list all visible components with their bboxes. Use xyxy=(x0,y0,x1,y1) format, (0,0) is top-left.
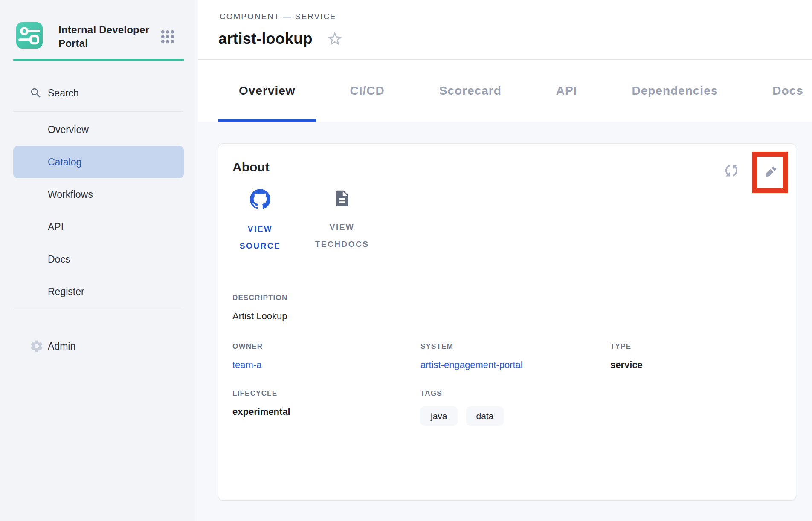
sidebar-divider xyxy=(13,310,184,310)
sidebar-item-label: Catalog xyxy=(48,156,81,168)
tab-api[interactable]: API xyxy=(536,60,598,122)
field-description: DESCRIPTION Artist Lookup xyxy=(232,294,782,322)
document-icon xyxy=(333,189,351,208)
view-source-label: VIEW SOURCE xyxy=(232,220,288,255)
breadcrumb: COMPONENT — SERVICE xyxy=(220,12,336,21)
gear-icon xyxy=(29,339,44,353)
brand-underline xyxy=(13,59,184,61)
about-card-title: About xyxy=(232,160,270,174)
field-label: DESCRIPTION xyxy=(232,294,782,302)
search-icon xyxy=(29,87,42,99)
field-tags: TAGS java data xyxy=(420,389,610,426)
github-icon xyxy=(250,189,270,209)
fields-row-1: OWNER team-a SYSTEM artist-engagement-po… xyxy=(232,342,782,370)
description-value: Artist Lookup xyxy=(232,311,782,322)
favorite-star-icon[interactable] xyxy=(326,30,343,47)
tab-bar: Overview CI/CD Scorecard API Dependencie… xyxy=(198,60,812,122)
sidebar-item-label: Register xyxy=(48,286,84,298)
sidebar-item-docs[interactable]: Docs xyxy=(13,243,184,275)
field-system: SYSTEM artist-engagement-portal xyxy=(420,342,610,370)
sidebar-item-label: API xyxy=(48,221,64,233)
field-label: TAGS xyxy=(420,389,610,398)
tag-chips: java data xyxy=(420,406,610,426)
page-title: artist-lookup xyxy=(218,30,313,48)
sidebar-nav: Search Overview Catalog Workflows API Do… xyxy=(0,77,197,362)
fields-row-2: LIFECYCLE experimental TAGS java data xyxy=(232,389,782,426)
sidebar-item-label: Search xyxy=(48,87,79,99)
sidebar-item-label: Workflows xyxy=(48,189,93,200)
view-techdocs-label: VIEW TECHDOCS xyxy=(306,219,378,253)
sidebar-item-catalog[interactable]: Catalog xyxy=(13,146,184,178)
sidebar-item-workflows[interactable]: Workflows xyxy=(13,178,184,211)
type-value: service xyxy=(610,359,782,370)
entity-links: VIEW SOURCE VIEW TECHDOCS xyxy=(232,189,378,255)
lifecycle-value: experimental xyxy=(232,406,420,417)
sidebar-item-admin[interactable]: Admin xyxy=(13,330,184,362)
sidebar-item-api[interactable]: API xyxy=(13,211,184,243)
tab-content: About xyxy=(198,123,812,521)
tab-cicd[interactable]: CI/CD xyxy=(330,60,405,122)
sidebar-item-overview[interactable]: Overview xyxy=(13,113,184,146)
apps-grid-icon[interactable] xyxy=(161,30,174,43)
field-label: SYSTEM xyxy=(420,342,610,351)
entity-header: COMPONENT — SERVICE artist-lookup xyxy=(198,0,812,60)
field-label: LIFECYCLE xyxy=(232,389,420,398)
sidebar-item-search[interactable]: Search xyxy=(13,77,184,109)
view-techdocs-link[interactable]: VIEW TECHDOCS xyxy=(306,189,378,255)
owner-link[interactable]: team-a xyxy=(232,359,261,370)
about-card: About xyxy=(218,143,796,501)
about-fields: DESCRIPTION Artist Lookup OWNER team-a S… xyxy=(232,294,782,445)
system-link[interactable]: artist-engagement-portal xyxy=(420,359,523,370)
field-owner: OWNER team-a xyxy=(232,342,420,370)
app-logo-icon xyxy=(16,22,43,49)
sidebar-item-label: Admin xyxy=(48,341,75,352)
tag-chip[interactable]: data xyxy=(466,406,504,426)
sidebar-item-label: Docs xyxy=(48,254,70,265)
app-title: Internal Developer Portal xyxy=(58,23,165,50)
field-type: TYPE service xyxy=(610,342,782,370)
tab-docs[interactable]: Docs xyxy=(752,60,812,122)
sidebar-divider xyxy=(13,111,184,112)
sidebar: Internal Developer Portal Search xyxy=(0,0,197,521)
edit-pencil-icon[interactable] xyxy=(761,164,778,181)
view-source-link[interactable]: VIEW SOURCE xyxy=(232,189,288,255)
tab-scorecard[interactable]: Scorecard xyxy=(419,60,522,122)
annotation-highlight-box xyxy=(752,152,788,193)
main-area: COMPONENT — SERVICE artist-lookup Overvi… xyxy=(198,0,812,521)
field-label: OWNER xyxy=(232,342,420,351)
field-label: TYPE xyxy=(610,342,782,351)
sidebar-header: Internal Developer Portal xyxy=(0,0,197,59)
refresh-icon[interactable] xyxy=(722,162,740,179)
field-lifecycle: LIFECYCLE experimental xyxy=(232,389,420,426)
tab-dependencies[interactable]: Dependencies xyxy=(611,60,738,122)
tag-chip[interactable]: java xyxy=(420,406,458,426)
tab-overview[interactable]: Overview xyxy=(218,60,316,122)
sidebar-item-register[interactable]: Register xyxy=(13,275,184,308)
sidebar-item-label: Overview xyxy=(48,124,89,136)
app-window: Internal Developer Portal Search xyxy=(0,0,812,521)
